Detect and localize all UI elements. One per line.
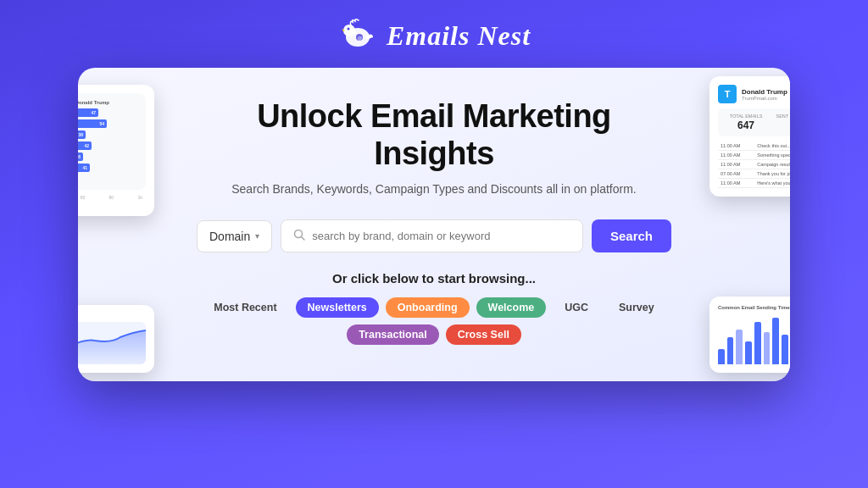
- right-panel-bottom: Common Email Sending Times: Donald Trump: [709, 297, 790, 373]
- left-bottom-chart-title: Email Trend: [78, 313, 146, 319]
- svg-point-2: [347, 28, 349, 30]
- left-panel-top: Common Email Sending Days: Donald Trump …: [78, 85, 154, 216]
- bar-row: Thursday 36: [78, 152, 139, 161]
- browse-tag-welcome[interactable]: Welcome: [476, 297, 547, 318]
- table-row: 11:00 AMHere's what you missed4.5%: [718, 179, 790, 188]
- brand-logo: T: [718, 85, 737, 103]
- left-chart-title: Common Email Sending Days: Donald Trump: [78, 100, 139, 105]
- stat-sent-feb: SENT IN FEBRUARY 2: [776, 114, 790, 131]
- column-bar: [718, 349, 725, 364]
- browse-tag-newsletters[interactable]: Newsletters: [296, 297, 379, 318]
- brand-name: Donald Trump: [742, 88, 787, 96]
- emails-nest-bird-icon: @: [337, 15, 378, 56]
- stats-row: TOTAL EMAILS 647 SENT IN FEBRUARY 2 LAST…: [718, 108, 790, 136]
- browse-tag-onboarding[interactable]: Onboarding: [386, 297, 470, 318]
- search-icon: [293, 229, 305, 243]
- browse-label: Or click below to start browsing...: [332, 271, 536, 286]
- browse-tag-survey[interactable]: Survey: [607, 297, 666, 318]
- browse-tags: Most RecentNewslettersOnboardingWelcomeU…: [180, 297, 688, 345]
- brand-header: T Donald Trump TrumPmail.com Follow: [718, 85, 790, 103]
- logo-text: Emails Nest: [387, 20, 531, 52]
- email-table: 11:00 AMCheck this out...4.2%11:00 AMSom…: [718, 141, 790, 188]
- svg-text:@: @: [358, 36, 362, 41]
- browse-tag-cross-sell[interactable]: Cross Sell: [446, 324, 521, 345]
- search-button[interactable]: Search: [592, 219, 671, 252]
- bar-row: Sunday 47: [78, 108, 139, 117]
- bar-chart: Sunday 47 Monday 54 Tuesday 38 Wednesday…: [78, 108, 139, 183]
- table-row: 11:00 AMSomething special just came...3.…: [718, 151, 790, 160]
- brand-sub: TrumPmail.com: [742, 96, 787, 101]
- search-input[interactable]: [312, 230, 570, 242]
- table-row: 11:00 AMCheck this out...4.2%: [718, 141, 790, 151]
- column-chart: [718, 313, 790, 364]
- column-bar: [772, 318, 779, 364]
- column-bar: [736, 330, 743, 364]
- column-bar: [727, 337, 734, 364]
- svg-line-6: [302, 237, 305, 241]
- line-chart-area: [78, 322, 146, 364]
- stat-total-emails: TOTAL EMAILS 647: [723, 114, 769, 131]
- left-chart-area: Common Email Sending Days: Donald Trump …: [78, 93, 146, 190]
- svg-point-1: [343, 25, 355, 36]
- right-bottom-chart-title: Common Email Sending Times: Donald Trump: [718, 305, 790, 310]
- search-container: Domain ▾ Search: [197, 219, 671, 252]
- chevron-down-icon: ▾: [255, 231, 259, 241]
- left-panel-bottom: Email Trend: [78, 305, 154, 373]
- hero-background: @ Emails Nest Common Email Sending Days:…: [0, 0, 868, 488]
- table-row: 11:00 AMCampaign results are in...5.1%: [718, 160, 790, 169]
- hero-headline: Unlock Email Marketing Insights: [257, 98, 611, 172]
- logo-area: @ Emails Nest: [337, 0, 531, 68]
- browse-tag-most-recent[interactable]: Most Recent: [202, 297, 288, 318]
- domain-dropdown[interactable]: Domain ▾: [197, 220, 272, 252]
- bar-row: Friday 41: [78, 164, 139, 172]
- column-bar: [754, 322, 761, 364]
- bar-row: Monday 54: [78, 119, 139, 128]
- browse-tag-ugc[interactable]: UGC: [553, 297, 600, 318]
- column-bar: [745, 341, 752, 365]
- column-bar: [764, 332, 771, 365]
- bar-row: Wednesday 42: [78, 141, 139, 150]
- main-card: Common Email Sending Days: Donald Trump …: [78, 68, 790, 381]
- bar-row: Saturday 27: [78, 175, 139, 183]
- bar-row: Tuesday 38: [78, 130, 139, 139]
- browse-tag-transactional[interactable]: Transactional: [347, 324, 439, 345]
- search-input-wrap: [281, 219, 583, 252]
- column-bar: [782, 335, 788, 364]
- right-panel-top: T Donald Trump TrumPmail.com Follow TOTA…: [709, 76, 790, 197]
- table-row: 07:00 AMThank you for joining us2.9%: [718, 169, 790, 179]
- hero-subtext: Search Brands, Keywords, Campaign Types …: [231, 182, 637, 196]
